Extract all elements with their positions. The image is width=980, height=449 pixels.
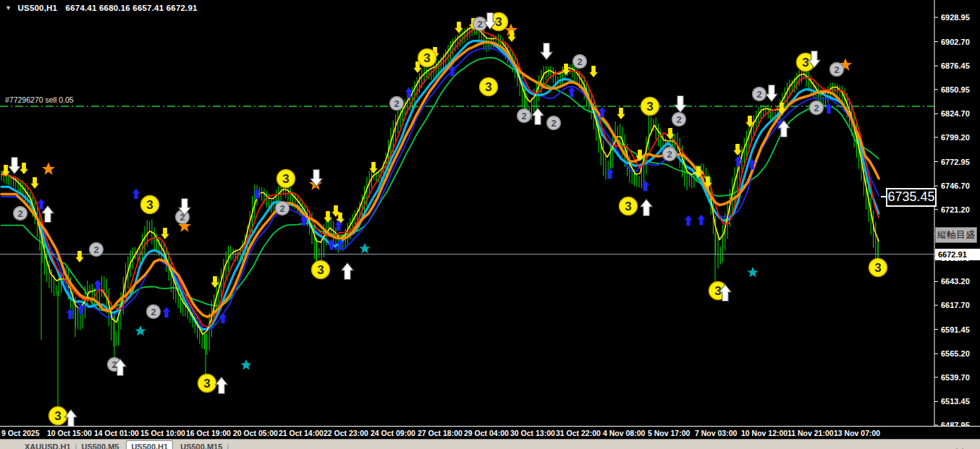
time-tick-label: 14 Oct 01:00	[94, 429, 139, 437]
signal-circle-3-icon: 3	[277, 170, 295, 188]
svg-text:3: 3	[203, 377, 210, 390]
price-tick-label: 6928.95	[941, 13, 970, 22]
signal-arrow-down-yellow-icon	[75, 251, 84, 262]
tab-xauusd-h1[interactable]: XAUUSD,H1	[20, 440, 75, 449]
svg-text:3: 3	[423, 51, 430, 65]
price-tick-label: 6539.70	[941, 373, 970, 382]
signal-circle-2-icon: 2	[90, 243, 104, 257]
signal-star-teal-icon	[359, 243, 370, 253]
signal-arrow-up-blue-icon	[685, 215, 693, 226]
signal-arrow-down-yellow-icon	[589, 66, 598, 77]
signal-arrow-down-white-icon	[541, 43, 553, 59]
signal-circle-2-icon: 2	[390, 97, 404, 111]
signal-arrow-up-blue-icon	[642, 181, 650, 192]
signal-circle-2-icon: 2	[753, 87, 766, 101]
svg-text:3: 3	[54, 409, 61, 423]
signal-circle-3-icon: 3	[418, 49, 436, 67]
svg-text:2: 2	[394, 98, 399, 109]
tab-us500-m15[interactable]: US500,M15	[176, 440, 227, 449]
svg-text:2: 2	[577, 56, 582, 67]
chart-symbol-period: US500,H1	[18, 4, 58, 12]
signal-arrow-down-white-icon	[675, 95, 687, 112]
signal-arrow-up-white-icon	[42, 205, 54, 222]
signal-circle-2-icon: 2	[672, 113, 686, 127]
tab-scroll-arrows[interactable]: ▴▴	[955, 445, 967, 449]
time-axis[interactable]: 9 Oct 202510 Oct 15:0014 Oct 01:0015 Oct…	[0, 426, 980, 439]
svg-text:3: 3	[282, 172, 289, 186]
signal-arrow-down-yellow-icon	[20, 163, 28, 174]
svg-text:3: 3	[874, 261, 881, 275]
signal-circle-3-icon: 3	[198, 375, 216, 393]
signal-circle-3-icon: 3	[869, 259, 887, 277]
candlestick-bars	[1, 23, 878, 414]
price-tick-label: 6876.45	[941, 61, 970, 70]
ma-price-tick	[881, 196, 886, 197]
tab-us500-h1[interactable]: US500,H1	[126, 440, 173, 449]
svg-text:2: 2	[834, 64, 839, 75]
time-tick-label: 11 Nov 21:00	[787, 429, 834, 437]
svg-text:2: 2	[151, 307, 156, 317]
signal-arrow-down-yellow-icon	[211, 276, 219, 288]
svg-text:3: 3	[317, 263, 324, 277]
signal-arrow-up-white-icon	[216, 377, 228, 393]
time-tick-label: 29 Oct 04:00	[464, 429, 509, 437]
svg-text:3: 3	[802, 56, 808, 69]
svg-text:2: 2	[17, 208, 22, 219]
signal-star-teal-icon	[240, 359, 251, 369]
signal-circle-3-icon: 3	[141, 196, 159, 214]
signal-circle-3-icon: 3	[620, 197, 638, 215]
signal-arrow-up-blue-icon	[132, 189, 140, 200]
signal-star-orange-icon	[42, 163, 55, 175]
price-tick-label: 6487.95	[941, 421, 970, 426]
sell-order-label: #77296270 sell 0.05	[5, 95, 74, 104]
signal-circle-3-icon: 3	[49, 407, 67, 425]
signal-circle-2-icon: 2	[276, 202, 290, 215]
ma-end-price-label: 6735.45	[886, 188, 937, 207]
time-tick-label: 24 Oct 09:00	[371, 429, 415, 437]
bid-price-label: 6672.91	[935, 249, 980, 260]
signal-arrow-down-yellow-icon	[161, 228, 169, 239]
expand-triangle-icon[interactable]: ▼	[5, 4, 12, 12]
signal-circle-2-icon: 2	[147, 305, 161, 319]
svg-text:2: 2	[814, 103, 819, 114]
signal-arrow-up-white-icon	[342, 262, 354, 279]
signal-circle-3-icon: 3	[641, 98, 659, 116]
price-axis[interactable]: 6928.956902.706876.456850.956824.706799.…	[934, 0, 970, 426]
svg-text:3: 3	[646, 100, 653, 114]
price-tick-label: 6513.45	[941, 397, 970, 406]
signal-circle-2-icon: 2	[663, 147, 677, 161]
time-tick-label: 10 Oct 15:00	[47, 429, 92, 437]
svg-text:2: 2	[521, 111, 526, 121]
price-tick-label: 6746.70	[941, 181, 970, 190]
signal-arrow-down-yellow-icon	[617, 108, 625, 119]
signal-arrow-down-yellow-icon	[733, 144, 742, 155]
time-tick-label: 15 Oct 10:00	[140, 429, 185, 437]
mt4-chart-window: 222222222222222233333333333336928.956902…	[0, 0, 980, 449]
svg-text:3: 3	[495, 15, 502, 29]
svg-text:2: 2	[551, 118, 556, 129]
time-tick-label: 22 Oct 23:00	[324, 429, 368, 437]
svg-text:2: 2	[756, 89, 761, 100]
tab-divider: |	[227, 440, 229, 449]
signal-arrow-down-white-icon	[9, 157, 21, 174]
svg-text:2: 2	[676, 114, 681, 125]
time-tick-label: 20 Oct 05:00	[233, 429, 278, 437]
time-tick-label: 13 Nov 07:00	[834, 429, 880, 437]
chart-tab-bar: XAUUSD,H1|US500,M5US500,H1US500,M15| ▴▴	[0, 439, 980, 449]
chart-canvas[interactable]: 222222222222222233333333333336928.956902…	[0, 0, 980, 426]
signal-circle-2-icon: 2	[810, 101, 824, 115]
axis-scale-tooltip: 縦軸目盛	[935, 227, 977, 243]
svg-text:2: 2	[279, 203, 284, 214]
signal-circle-2-icon: 2	[830, 63, 844, 77]
signal-circle-3-icon: 3	[312, 261, 330, 279]
price-tick-label: 6799.20	[941, 133, 970, 142]
signal-arrow-up-blue-icon	[568, 87, 576, 98]
price-tick-label: 6643.20	[941, 277, 970, 286]
signal-circle-2-icon: 2	[473, 17, 487, 31]
time-tick-label: 16 Oct 19:00	[186, 429, 231, 437]
svg-text:2: 2	[477, 19, 482, 30]
time-tick-label: 10 Nov 12:00	[741, 429, 787, 437]
signal-circle-2-icon: 2	[547, 116, 561, 130]
signal-arrow-down-yellow-icon	[666, 128, 675, 140]
tab-us500-m5[interactable]: US500,M5	[77, 440, 123, 449]
